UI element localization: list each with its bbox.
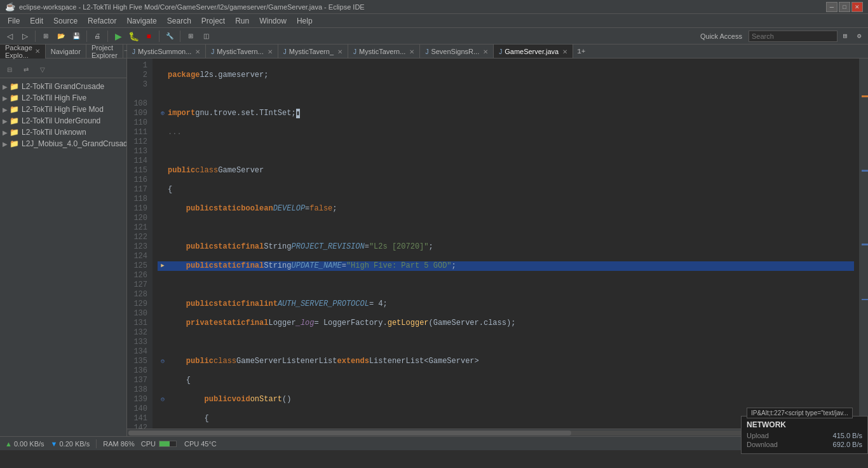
close-button[interactable]: ✕ xyxy=(851,2,863,12)
network-upload-row: Upload 415.0 B/s xyxy=(747,432,862,439)
perspective-icon[interactable]: ⊞ xyxy=(839,30,851,43)
menu-file[interactable]: File xyxy=(3,15,25,27)
toolbar-save-btn[interactable]: 💾 xyxy=(69,29,83,43)
toolbar-print-btn[interactable]: 🖨 xyxy=(90,29,104,43)
code-line: public static boolean DEVELOP = false; xyxy=(158,204,854,214)
menu-source[interactable]: Source xyxy=(48,15,83,27)
status-bar: ▲ 0.00 KB/s ▼ 0.20 KB/s RAM 86% CPU CPU … xyxy=(0,436,868,450)
tree-arrow: ▶ xyxy=(3,141,8,148)
tab-label: MysticTavern_ xyxy=(289,48,334,55)
minimize-button[interactable]: ─ xyxy=(826,2,837,12)
download-speed: 0.20 KB/s xyxy=(59,440,90,448)
right-gutter-scrollbar[interactable] xyxy=(859,59,868,429)
tree-item-label: L2-TokTil High Five xyxy=(22,93,86,102)
package-explorer-close[interactable]: ✕ xyxy=(35,48,40,55)
toolbar-open-btn[interactable]: 📂 xyxy=(54,29,68,43)
sidebar-tab-navigator[interactable]: Navigator xyxy=(46,45,86,59)
status-cpu: CPU xyxy=(141,440,178,448)
tab-close[interactable]: ✕ xyxy=(268,48,273,55)
network-tooltip: IP&Alt;t:227<script type="text/jav... xyxy=(747,408,853,418)
menu-help[interactable]: Help xyxy=(292,15,318,27)
menu-window[interactable]: Window xyxy=(254,15,292,27)
toolbar-ext-tools-btn[interactable]: 🔧 xyxy=(163,29,177,43)
folder-icon: 📁 xyxy=(10,93,19,102)
tree-link-btn[interactable]: ⇄ xyxy=(19,62,33,76)
scrollbar-thumb[interactable] xyxy=(128,430,571,436)
editor-tab-mystictavern1[interactable]: J MysticTavern... ✕ xyxy=(206,45,278,59)
tree-item-label: L2-TokTil GrandCrusade xyxy=(22,82,104,91)
sidebar-tree: ⊟ ⇄ ▽ ▶ 📁 L2-TokTil GrandCrusade ▶ 📁 L2-… xyxy=(0,59,126,436)
code-line xyxy=(158,147,854,156)
menu-search[interactable]: Search xyxy=(162,15,196,27)
tree-item-unknown[interactable]: ▶ 📁 L2-TokTil Unknown xyxy=(0,127,126,138)
menu-edit[interactable]: Edit xyxy=(25,15,48,27)
editor-tab-sevensigns[interactable]: J SevenSignsR... ✕ xyxy=(420,45,494,59)
folder-icon: 📁 xyxy=(10,105,19,114)
toolbar-perspective-btn[interactable]: ⊞ xyxy=(184,29,198,43)
toolbar-sep-1 xyxy=(35,31,36,42)
menu-run[interactable]: Run xyxy=(230,15,254,27)
line-numbers: 1 2 3 ... 108 109 110 111 112 113 114 11… xyxy=(127,59,153,429)
code-line: { xyxy=(158,185,854,195)
tab-overflow[interactable]: 1+ xyxy=(573,45,589,58)
editor-tab-mysticsummon[interactable]: J MysticSummon... ✕ xyxy=(127,45,206,59)
tree-item-underground[interactable]: ▶ 📁 L2-TokTil UnderGround xyxy=(0,115,126,127)
code-line: package l2s.gameserver; xyxy=(158,71,854,80)
code-line: ⊖ public class GameServerListenerList ex… xyxy=(158,357,854,366)
status-download: ▼ 0.20 KB/s xyxy=(51,440,90,448)
tab-close[interactable]: ✕ xyxy=(409,48,414,55)
code-line: { xyxy=(158,376,854,385)
editor-tabs: J MysticSummon... ✕ J MysticTavern... ✕ … xyxy=(127,45,868,59)
network-download-row: Download 692.0 B/s xyxy=(747,441,862,448)
menu-refactor[interactable]: Refactor xyxy=(83,15,121,27)
tree-item-label: L2-TokTil Unknown xyxy=(22,128,86,137)
code-area[interactable]: package l2s.gameserver; ⊕import gnu.trov… xyxy=(153,59,859,429)
tab-overflow-label: 1+ xyxy=(577,48,585,55)
cpu-temp: CPU 45°C xyxy=(184,440,217,448)
menu-project[interactable]: Project xyxy=(196,15,230,27)
download-label: Download xyxy=(747,441,778,448)
toolbar-view-btn[interactable]: ◫ xyxy=(199,29,213,43)
tree-filter-btn[interactable]: ▽ xyxy=(36,62,50,76)
toolbar-forward-btn[interactable]: ▷ xyxy=(18,29,32,43)
tree-collapse-btn[interactable]: ⊟ xyxy=(3,62,17,76)
tab-close[interactable]: ✕ xyxy=(483,48,488,55)
network-title: NETWORK xyxy=(747,420,862,429)
toolbar-debug-btn[interactable]: 🐛 xyxy=(126,29,140,43)
toolbar-new-btn[interactable]: ⊞ xyxy=(39,29,53,43)
toolbar-stop-btn[interactable]: ■ xyxy=(142,29,156,43)
folder-icon: 📁 xyxy=(10,128,19,137)
editor-tab-gameserver[interactable]: J GameServer.java ✕ xyxy=(494,45,573,59)
upload-label: Upload xyxy=(747,432,769,439)
folder-icon: 📁 xyxy=(10,139,19,148)
menu-navigate[interactable]: Navigate xyxy=(121,15,161,27)
search-input[interactable] xyxy=(749,31,837,42)
editor-tab-mystictavern2[interactable]: J MysticTavern_ ✕ xyxy=(278,45,348,59)
title-bar: ☕ eclipse-workspace - L2-TokTil High Fiv… xyxy=(0,0,868,14)
quick-access-label: Quick Access xyxy=(700,32,747,40)
tab-close[interactable]: ✕ xyxy=(195,48,200,55)
toolbar-back-btn[interactable]: ◁ xyxy=(3,29,17,43)
sidebar-tab-project-explorer[interactable]: Project Explorer xyxy=(86,45,123,59)
navigator-label: Navigator xyxy=(51,48,81,55)
java-icon: J xyxy=(132,48,135,55)
tree-item-label: L2-TokTil UnderGround xyxy=(22,116,100,125)
tab-close[interactable]: ✕ xyxy=(562,48,567,55)
editor-tab-mystictavern3[interactable]: J MysticTavern... ✕ xyxy=(348,45,420,59)
maximize-button[interactable]: □ xyxy=(839,2,850,12)
java-icon: J xyxy=(353,48,356,55)
tab-close[interactable]: ✕ xyxy=(337,48,342,55)
upload-speed: 0.00 KB/s xyxy=(14,440,44,448)
settings-icon[interactable]: ⚙ xyxy=(853,30,865,43)
title-icon: ☕ xyxy=(5,2,15,11)
tree-item-highfive[interactable]: ▶ 📁 L2-TokTil High Five xyxy=(0,92,126,104)
sidebar-tabs: Package Explo... ✕ Navigator Project Exp… xyxy=(0,45,126,59)
code-line xyxy=(158,280,854,290)
sidebar-tab-package-explorer[interactable]: Package Explo... ✕ xyxy=(0,45,46,59)
tree-item-grandcrusade[interactable]: ▶ 📁 L2-TokTil GrandCrusade xyxy=(0,81,126,92)
tree-item-highfivemod[interactable]: ▶ 📁 L2-TokTil High Five Mod xyxy=(0,104,126,115)
tree-item-mobius[interactable]: ▶ 📁 L2J_Mobius_4.0_GrandCrusade xyxy=(0,138,126,149)
tree-arrow: ▶ xyxy=(3,83,8,90)
toolbar-run-btn[interactable]: ▶ xyxy=(111,29,125,43)
cpu-label: CPU xyxy=(141,440,156,448)
